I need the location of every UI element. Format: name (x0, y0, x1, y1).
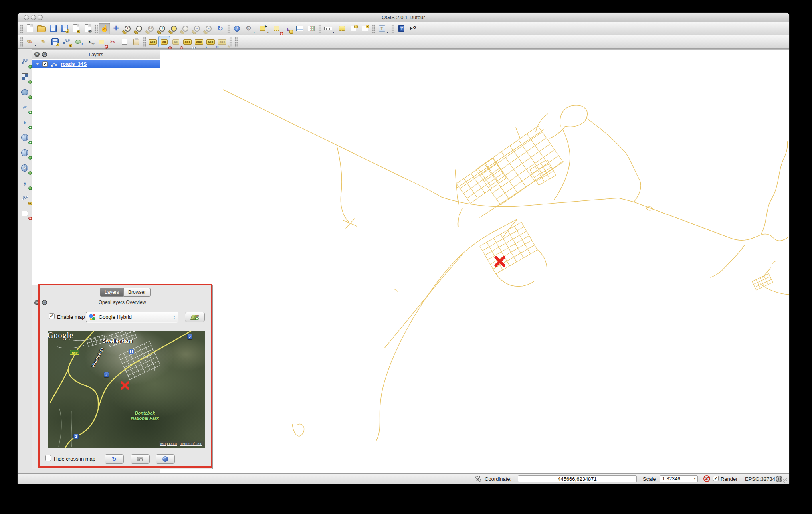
show-hide-labels-button[interactable]: abc (182, 36, 193, 47)
mouse-position-icon[interactable] (475, 476, 481, 482)
toolbar-handle[interactable] (20, 37, 23, 47)
open-project-button[interactable] (36, 23, 47, 34)
move-feature-button[interactable]: ➔ (72, 36, 84, 47)
add-wcs-layer-button[interactable]: + (19, 147, 31, 158)
new-composer-button[interactable]: ✱ (70, 23, 82, 34)
add-spatialite-layer-button[interactable]: ✒+ (19, 101, 31, 113)
zoom-window-button[interactable] (38, 15, 43, 20)
paste-features-button[interactable] (130, 36, 142, 47)
deselect-features-button[interactable]: ⊘ (271, 23, 282, 34)
add-wms-layer-button[interactable]: + (19, 132, 31, 143)
toolbar-handle[interactable] (94, 24, 98, 33)
run-feature-action-button[interactable]: ⚙▾ (243, 23, 254, 34)
node-tool-button[interactable]: ➤⚒ (84, 36, 95, 47)
toolbar-handle[interactable] (391, 24, 394, 33)
change-label-icon: abc (218, 39, 227, 45)
refresh-button[interactable]: ↻ (214, 23, 226, 34)
add-wfs-layer-button[interactable]: V+ (19, 162, 31, 174)
toolbar-handle[interactable] (143, 37, 146, 47)
pan-map-button[interactable]: ☝ (99, 23, 110, 34)
map-tips-button[interactable] (336, 23, 348, 34)
zoom-out-button[interactable]: − (133, 23, 145, 34)
deselect-icon: ⊘ (274, 26, 279, 31)
measure-button[interactable]: ▾ (322, 23, 334, 34)
add-delimited-text-layer-button[interactable]: ,+ (19, 177, 31, 189)
resize-grip[interactable] (783, 478, 788, 483)
save-project-button[interactable] (47, 23, 59, 34)
expand-layer-icon[interactable] (36, 63, 39, 65)
zoom-next-button[interactable]: ▸ (203, 23, 214, 34)
line-symbol-icon (51, 62, 57, 67)
toolbar-handle[interactable] (372, 24, 375, 33)
toolbar-handle[interactable] (234, 37, 238, 47)
layer-labeling-button[interactable]: abc (147, 36, 158, 47)
highlight-pinned-labels-button[interactable]: ab (170, 36, 182, 47)
toolbar-handle[interactable] (20, 24, 23, 33)
stop-render-icon[interactable]: ✎ (703, 475, 710, 482)
show-bookmarks-button[interactable]: + (359, 23, 371, 34)
close-panel-icon[interactable]: ✕ (34, 52, 40, 57)
scale-dropdown-icon: ▾ (692, 476, 697, 482)
remove-layer-button[interactable]: − (19, 208, 31, 219)
minimize-window-button[interactable] (31, 15, 36, 20)
text-annotation-button[interactable]: T▾ (376, 23, 388, 34)
close-window-button[interactable] (24, 15, 29, 20)
toggle-editing-button[interactable]: ✎ (38, 36, 49, 47)
toolbar-handle[interactable] (318, 24, 321, 33)
zoom-last-button[interactable]: ◂ (191, 23, 203, 34)
add-raster-layer-button[interactable]: + (19, 71, 31, 83)
layer-symbology-swatch[interactable] (47, 73, 53, 73)
toolbar-handle[interactable] (227, 24, 230, 33)
help-button[interactable]: ? (395, 23, 407, 34)
new-bookmark-button[interactable] (348, 23, 359, 34)
add-postgis-layer-button[interactable]: + (19, 86, 31, 98)
zoom-to-selection-button[interactable] (168, 23, 180, 34)
layer-visibility-checkbox[interactable]: ✓ (42, 61, 48, 67)
zoom-actual-button[interactable]: 1:1 (145, 23, 156, 34)
zoom-in-button[interactable]: + (122, 23, 133, 34)
status-bar: Coordinate: Scale 1:32346▾ ✎ ✓ Render EP… (18, 473, 789, 484)
new-shapefile-layer-button[interactable]: ✱ (19, 192, 31, 204)
field-calculator-button[interactable] (305, 23, 317, 34)
pin-labels-button[interactable]: ab (158, 36, 170, 47)
float-panel-icon[interactable]: ❏ (42, 52, 47, 57)
add-mssql-layer-button[interactable]: ◗+ (19, 117, 31, 128)
current-edits-button[interactable]: ✎✎▾ (24, 36, 36, 47)
add-feature-button[interactable]: ✱ (61, 36, 72, 47)
rotate-label-button[interactable]: abc↻ (205, 36, 216, 47)
cut-features-button[interactable]: ✂ (107, 36, 119, 47)
identify-features-button[interactable]: i (231, 23, 243, 34)
crs-status-button[interactable] (774, 474, 783, 483)
help-icon: ? (398, 25, 404, 32)
mssql-icon: ◗ (23, 119, 27, 126)
wfs-globe-icon: V (21, 164, 28, 172)
copy-features-button[interactable] (119, 36, 130, 47)
open-attribute-table-button[interactable] (294, 23, 305, 34)
pan-to-selection-button[interactable]: ✛ (110, 23, 122, 34)
coordinate-input[interactable] (518, 475, 637, 482)
zoom-to-layer-button[interactable] (180, 23, 191, 34)
select-by-expression-button[interactable]: ε (282, 23, 294, 34)
remove-layer-icon (22, 211, 28, 216)
save-layer-edits-button[interactable]: ✎ (49, 36, 61, 47)
delete-selected-button[interactable]: ✕ (95, 36, 107, 47)
title-bar: QGIS 2.0.1-Dufour (18, 13, 789, 22)
toggle-editing-icon: ✎ (41, 39, 46, 45)
map-canvas[interactable] (160, 49, 789, 473)
composer-manager-button[interactable]: ⚒ (82, 23, 93, 34)
change-label-button[interactable]: abc✎ (216, 36, 228, 47)
digitizing-toolbar: ✎✎▾ ✎ ✎ ✱ ➔ ➤⚒ ✕ ✂ abc ab ab abc abc➔ ab… (18, 35, 789, 49)
render-checkbox[interactable]: ✓ (713, 476, 719, 481)
text-annotation-icon: T (379, 25, 385, 32)
select-features-button[interactable]: ➤▾ (257, 23, 268, 34)
whats-this-button[interactable]: ➤? (407, 23, 418, 34)
layer-item-roads-34s[interactable]: ✓ roads_34S (32, 60, 160, 68)
move-label-button[interactable]: abc➔ (193, 36, 205, 47)
scale-value: 1:32346 (660, 476, 692, 482)
new-project-button[interactable] (24, 23, 36, 34)
add-vector-layer-button[interactable]: + (19, 56, 31, 67)
save-project-as-button[interactable]: ✎ (59, 23, 70, 34)
wcs-globe-icon (21, 149, 28, 156)
scale-select[interactable]: 1:32346▾ (660, 475, 698, 482)
zoom-full-button[interactable]: ✛ (156, 23, 168, 34)
